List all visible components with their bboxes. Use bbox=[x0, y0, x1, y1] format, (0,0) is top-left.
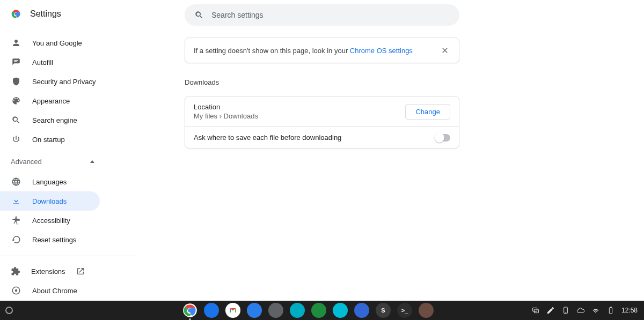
sidebar: Settings You and GoogleAutofillSecurity … bbox=[0, 0, 137, 301]
location-label: Location bbox=[194, 103, 258, 111]
sidebar-item-you-google[interactable]: You and Google bbox=[0, 33, 100, 53]
sidebar-item-label: Security and Privacy bbox=[32, 78, 96, 86]
shelf-app-app-e[interactable] bbox=[354, 303, 369, 318]
downloads-icon bbox=[11, 196, 21, 206]
sidebar-item-security[interactable]: Security and Privacy bbox=[0, 72, 100, 91]
downloads-card: Location My files › Downloads Change Ask… bbox=[185, 96, 459, 148]
sidebar-item-label: Search engine bbox=[32, 116, 77, 124]
section-title: Downloads bbox=[185, 78, 644, 86]
search-icon bbox=[194, 10, 204, 20]
search-input[interactable] bbox=[211, 11, 450, 19]
about-icon bbox=[11, 285, 21, 296]
sidebar-item-on-startup[interactable]: On startup bbox=[0, 130, 100, 149]
sidebar-item-label: On startup bbox=[32, 136, 65, 144]
sidebar-item-label: Autofill bbox=[32, 58, 53, 66]
svg-point-3 bbox=[16, 217, 17, 218]
external-link-icon bbox=[76, 267, 85, 276]
sidebar-item-extensions[interactable]: Extensions bbox=[0, 262, 100, 281]
tray-battery-icon[interactable] bbox=[606, 306, 615, 315]
languages-icon bbox=[11, 176, 21, 187]
sidebar-item-search-engine[interactable]: Search engine bbox=[0, 110, 100, 130]
system-tray[interactable]: 12:58 bbox=[531, 306, 644, 315]
tray-wifi-icon[interactable] bbox=[591, 306, 600, 315]
sidebar-item-label: Extensions bbox=[31, 267, 65, 276]
shelf-app-app-c[interactable] bbox=[311, 303, 326, 318]
tray-overview-icon[interactable] bbox=[531, 306, 540, 315]
ask-row: Ask where to save each file before downl… bbox=[185, 126, 459, 148]
appearance-icon bbox=[11, 95, 21, 106]
sidebar-item-label: Reset settings bbox=[32, 236, 76, 244]
shelf-app-app-b[interactable] bbox=[290, 303, 305, 318]
sidebar-item-languages[interactable]: Languages bbox=[0, 172, 100, 191]
os-settings-banner: If a setting doesn't show on this page, … bbox=[185, 38, 459, 63]
change-button[interactable]: Change bbox=[405, 104, 450, 120]
shelf-app-terminal[interactable]: >_ bbox=[397, 303, 412, 318]
shelf-app-sublime[interactable]: S bbox=[376, 303, 391, 318]
sidebar-item-about[interactable]: About Chrome bbox=[0, 281, 100, 300]
shelf-app-app-a[interactable] bbox=[268, 303, 283, 318]
sidebar-item-label: Downloads bbox=[32, 197, 67, 205]
shelf-app-gmail[interactable] bbox=[225, 303, 240, 318]
accessibility-icon bbox=[11, 215, 21, 226]
search-box[interactable] bbox=[185, 4, 459, 26]
reset-icon bbox=[11, 234, 21, 245]
svg-point-5 bbox=[15, 289, 18, 292]
page-title: Settings bbox=[30, 9, 61, 19]
sidebar-item-autofill[interactable]: Autofill bbox=[0, 53, 100, 72]
tray-cloud-icon[interactable] bbox=[576, 306, 585, 315]
close-icon[interactable] bbox=[440, 45, 450, 56]
sidebar-item-label: Appearance bbox=[32, 97, 70, 105]
chevron-up-icon bbox=[90, 160, 94, 163]
shelf-app-calendar[interactable] bbox=[247, 303, 262, 318]
location-row: Location My files › Downloads Change bbox=[185, 96, 459, 126]
ask-toggle[interactable] bbox=[435, 134, 450, 142]
tray-pen-icon[interactable] bbox=[546, 306, 555, 315]
shelf-app-app-f[interactable] bbox=[419, 303, 434, 318]
svg-rect-12 bbox=[609, 308, 612, 314]
sidebar-item-label: Accessibility bbox=[32, 217, 70, 225]
sidebar-header: Settings bbox=[0, 5, 137, 32]
autofill-icon bbox=[11, 57, 21, 68]
search-engine-icon bbox=[11, 115, 21, 125]
sidebar-advanced-toggle[interactable]: Advanced bbox=[0, 150, 137, 171]
shelf-app-chrome[interactable] bbox=[182, 303, 197, 318]
svg-rect-9 bbox=[534, 309, 538, 313]
shelf: S>_ 12:58 bbox=[0, 301, 644, 320]
sidebar-divider bbox=[0, 256, 137, 256]
sidebar-advanced-label: Advanced bbox=[11, 158, 42, 166]
sidebar-item-accessibility[interactable]: Accessibility bbox=[0, 211, 100, 230]
extensions-icon bbox=[11, 266, 20, 277]
on-startup-icon bbox=[11, 134, 21, 145]
sidebar-item-downloads[interactable]: Downloads bbox=[0, 191, 100, 211]
location-path: My files › Downloads bbox=[194, 112, 258, 120]
sidebar-item-label: About Chrome bbox=[32, 287, 77, 295]
security-icon bbox=[11, 76, 21, 87]
clock[interactable]: 12:58 bbox=[621, 307, 638, 314]
sidebar-item-reset[interactable]: Reset settings bbox=[0, 230, 100, 249]
launcher-button[interactable] bbox=[5, 307, 13, 314]
svg-rect-8 bbox=[533, 308, 537, 311]
svg-point-7 bbox=[188, 308, 192, 312]
sidebar-item-label: You and Google bbox=[32, 39, 82, 47]
sidebar-item-label: Languages bbox=[32, 178, 67, 186]
main-content: If a setting doesn't show on this page, … bbox=[137, 0, 644, 301]
chrome-logo-icon bbox=[11, 9, 21, 19]
sidebar-item-appearance[interactable]: Appearance bbox=[0, 91, 100, 110]
chrome-os-settings-link[interactable]: Chrome OS settings bbox=[350, 47, 413, 55]
banner-text: If a setting doesn't show on this page, … bbox=[194, 47, 413, 55]
ask-label: Ask where to save each file before downl… bbox=[194, 133, 341, 142]
svg-rect-13 bbox=[610, 307, 612, 308]
tray-phone-icon[interactable] bbox=[561, 306, 570, 315]
you-google-icon bbox=[11, 38, 21, 48]
shelf-app-app-d[interactable] bbox=[333, 303, 348, 318]
shelf-app-messages[interactable] bbox=[204, 303, 219, 318]
